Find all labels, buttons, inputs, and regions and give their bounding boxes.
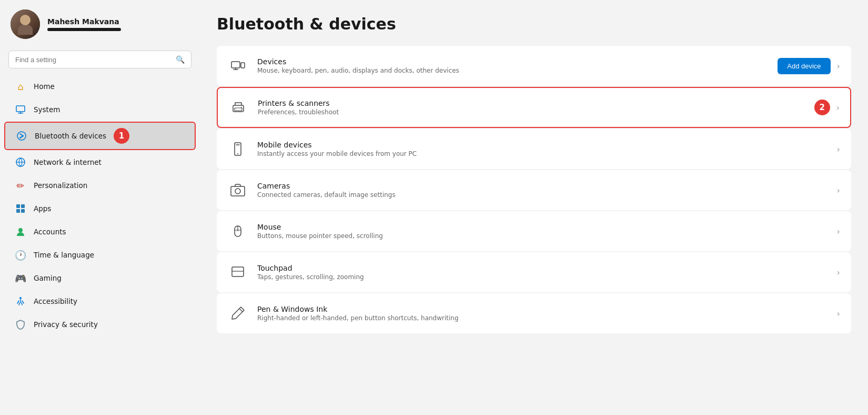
item-subtitle: Buttons, mouse pointer speed, scrolling (257, 232, 827, 240)
svg-rect-3 (16, 204, 20, 208)
settings-item-printers[interactable]: Printers & scanners Preferences, trouble… (217, 87, 851, 128)
item-right-mobile: › (837, 144, 840, 154)
privacy-icon (15, 319, 26, 330)
search-box[interactable]: 🔍 (8, 51, 191, 68)
chevron-icon: › (837, 226, 840, 236)
system-icon (15, 104, 26, 115)
svg-point-8 (19, 297, 22, 299)
svg-rect-10 (241, 63, 245, 68)
sidebar-item-label: Network & internet (34, 158, 102, 166)
sidebar-item-label: Gaming (34, 274, 62, 282)
sidebar-item-apps[interactable]: Apps (4, 197, 196, 220)
item-text-touchpad: Touchpad Taps, gestures, scrolling, zoom… (257, 264, 827, 281)
settings-item-mobile[interactable]: Mobile devices Instantly access your mob… (217, 129, 851, 169)
home-icon: ⌂ (15, 81, 26, 92)
pen-icon (228, 303, 248, 323)
chevron-icon: › (837, 268, 840, 278)
item-text-mouse: Mouse Buttons, mouse pointer speed, scro… (257, 223, 827, 240)
chevron-icon: › (836, 103, 840, 113)
item-text-devices: Devices Mouse, keyboard, pen, audio, dis… (257, 57, 768, 74)
item-right-touchpad: › (837, 268, 840, 278)
item-title: Mobile devices (257, 141, 827, 149)
svg-point-7 (18, 228, 23, 232)
settings-item-mouse[interactable]: Mouse Buttons, mouse pointer speed, scro… (217, 211, 851, 251)
network-icon (15, 156, 26, 168)
gaming-icon: 🎮 (15, 272, 26, 284)
sidebar: Mahesh Makvana 🔍 ⌂ Home System Bluetooth… (0, 0, 200, 415)
sidebar-item-label: Apps (34, 204, 51, 213)
page-title: Bluetooth & devices (217, 15, 851, 33)
add-device-button[interactable]: Add device (778, 58, 830, 74)
sidebar-item-label: Accessibility (34, 297, 77, 305)
user-info: Mahesh Makvana (47, 17, 121, 31)
svg-rect-4 (21, 204, 25, 208)
sidebar-item-accounts[interactable]: Accounts (4, 221, 196, 243)
user-name: Mahesh Makvana (47, 17, 121, 26)
search-icon: 🔍 (176, 55, 185, 64)
item-text-printers: Printers & scanners Preferences, trouble… (258, 99, 801, 116)
accounts-icon (15, 226, 26, 238)
badge-2: 2 (814, 100, 830, 115)
sidebar-item-privacy[interactable]: Privacy & security (4, 313, 196, 335)
sidebar-item-system[interactable]: System (4, 98, 196, 121)
sidebar-item-personalization[interactable]: ✏️ Personalization (4, 174, 196, 196)
mouse-icon (228, 221, 248, 241)
item-title: Cameras (257, 182, 827, 190)
item-title: Pen & Windows Ink (257, 305, 827, 313)
settings-list: Devices Mouse, keyboard, pen, audio, dis… (217, 46, 851, 333)
svg-rect-6 (21, 209, 25, 213)
sidebar-item-label: Accounts (34, 228, 66, 236)
sidebar-item-label: Personalization (34, 181, 87, 190)
avatar (11, 9, 40, 39)
chevron-icon: › (837, 185, 840, 195)
item-subtitle: Right-handed or left-handed, pen button … (257, 314, 827, 322)
cameras-icon (228, 180, 248, 200)
settings-item-touchpad[interactable]: Touchpad Taps, gestures, scrolling, zoom… (217, 252, 851, 292)
svg-point-13 (241, 107, 242, 108)
sidebar-item-label: Bluetooth & devices (35, 132, 106, 140)
sidebar-item-accessibility[interactable]: Accessibility (4, 290, 196, 312)
item-subtitle: Connected cameras, default image setting… (257, 191, 827, 199)
item-title: Mouse (257, 223, 827, 231)
svg-rect-16 (231, 186, 245, 196)
sidebar-item-bluetooth[interactable]: Bluetooth & devices 1 (4, 122, 196, 150)
svg-rect-5 (16, 209, 20, 213)
personalization-icon: ✏️ (15, 180, 26, 191)
item-subtitle: Instantly access your mobile devices fro… (257, 150, 827, 157)
item-right-mouse: › (837, 226, 840, 236)
sidebar-item-label: System (34, 105, 60, 114)
accessibility-icon (15, 295, 26, 307)
bluetooth-icon (16, 130, 27, 142)
apps-icon (15, 203, 26, 214)
time-icon: 🕐 (15, 249, 26, 261)
badge-1: 1 (114, 128, 129, 144)
item-right-pen: › (837, 309, 840, 319)
item-text-mobile: Mobile devices Instantly access your mob… (257, 141, 827, 157)
chevron-icon: › (837, 309, 840, 319)
sidebar-item-network[interactable]: Network & internet (4, 151, 196, 173)
sidebar-item-home[interactable]: ⌂ Home (4, 75, 196, 97)
item-subtitle: Mouse, keyboard, pen, audio, displays an… (257, 67, 768, 74)
settings-item-cameras[interactable]: Cameras Connected cameras, default image… (217, 170, 851, 210)
svg-rect-9 (231, 62, 240, 68)
svg-point-1 (17, 132, 26, 140)
item-subtitle: Taps, gestures, scrolling, zooming (257, 273, 827, 281)
item-right-cameras: › (837, 185, 840, 195)
sidebar-item-label: Time & language (34, 251, 94, 259)
chevron-icon: › (837, 61, 840, 71)
sidebar-item-label: Privacy & security (34, 320, 98, 329)
svg-point-17 (235, 189, 240, 194)
item-right-devices: Add device › (778, 58, 840, 74)
item-text-cameras: Cameras Connected cameras, default image… (257, 182, 827, 199)
settings-item-devices[interactable]: Devices Mouse, keyboard, pen, audio, dis… (217, 46, 851, 86)
item-subtitle: Preferences, troubleshoot (258, 108, 801, 116)
sidebar-item-time[interactable]: 🕐 Time & language (4, 244, 196, 266)
item-text-pen: Pen & Windows Ink Right-handed or left-h… (257, 305, 827, 322)
svg-rect-19 (232, 267, 244, 276)
settings-item-pen[interactable]: Pen & Windows Ink Right-handed or left-h… (217, 293, 851, 333)
svg-rect-0 (16, 106, 25, 112)
touchpad-icon (228, 262, 248, 282)
search-input[interactable] (15, 56, 171, 64)
devices-icon (228, 56, 248, 76)
sidebar-item-gaming[interactable]: 🎮 Gaming (4, 267, 196, 289)
